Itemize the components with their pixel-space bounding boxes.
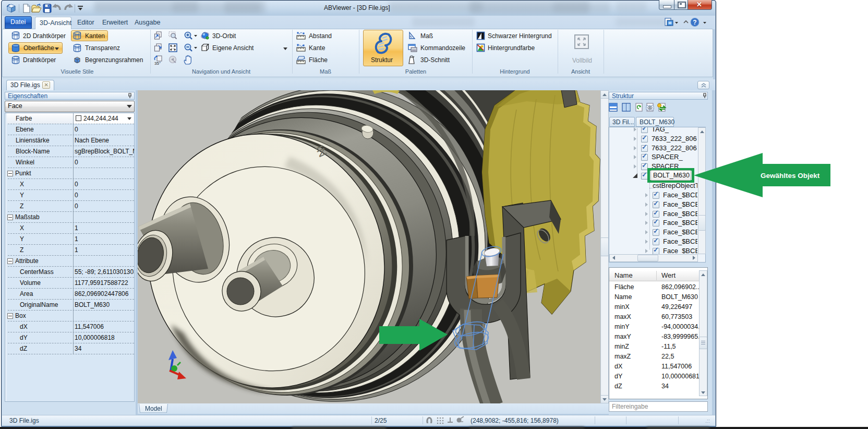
svg-text:35°: 35° [154,61,161,65]
svg-text:?: ? [693,19,696,26]
svg-text:Gewähltes Objekt: Gewähltes Objekt [761,172,820,180]
